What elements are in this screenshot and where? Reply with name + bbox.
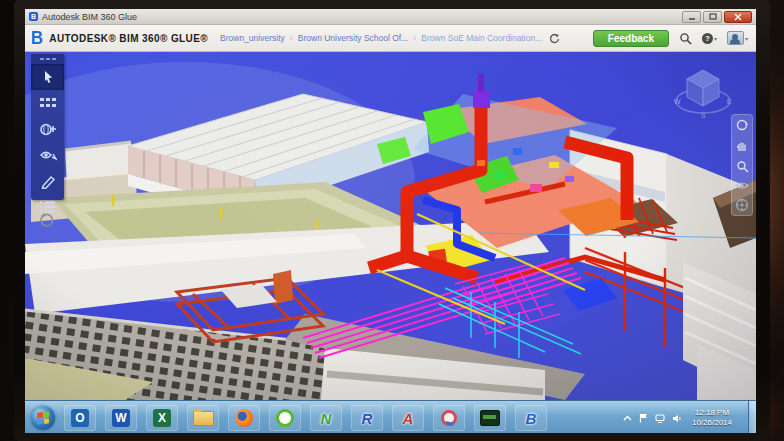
screen: B Autodesk BIM 360 Glue B AUTODESK® BIM …	[25, 9, 756, 433]
taskbar-clock[interactable]: 12:18 PM 10/26/2014	[689, 408, 735, 429]
markup-pencil-icon[interactable]	[31, 168, 64, 194]
models-icon[interactable]	[31, 90, 64, 116]
look-eye-icon[interactable]	[735, 180, 749, 191]
taskbar-item-green-swirl[interactable]	[269, 405, 301, 431]
breadcrumb: Brown_university › Brown University Scho…	[220, 33, 560, 44]
taskbar-item-navisworks[interactable]: N	[310, 405, 342, 431]
close-button[interactable]	[724, 11, 752, 23]
pan-hand-icon[interactable]	[735, 139, 749, 153]
app-favicon: B	[29, 12, 38, 21]
feedback-button[interactable]: Feedback	[593, 30, 669, 47]
badge-app-icon	[441, 410, 457, 426]
clock-date: 10/26/2014	[692, 418, 732, 428]
taskbar-item-revit[interactable]: R	[351, 405, 383, 431]
firefox-icon	[235, 409, 253, 427]
help-menu[interactable]: ? ▾	[702, 33, 717, 44]
chevron-down-icon: ▾	[714, 35, 717, 42]
taskbar-item-bim360-glue[interactable]: B	[515, 405, 547, 431]
breadcrumb-project[interactable]: Brown_university	[220, 33, 285, 43]
orbit-icon[interactable]	[735, 118, 749, 132]
window-titlebar[interactable]: B Autodesk BIM 360 Glue	[25, 9, 756, 25]
green-swirl-icon	[276, 409, 294, 427]
left-toolbar	[31, 54, 64, 200]
dark-green-app-icon	[480, 410, 500, 426]
brand-title: AUTODESK® BIM 360® GLUE®	[49, 33, 208, 44]
refresh-icon[interactable]	[549, 33, 560, 44]
monitor-photo: B Autodesk BIM 360 Glue B AUTODESK® BIM …	[0, 0, 784, 441]
help-icon: ?	[702, 33, 713, 44]
taskbar-item-badge-app[interactable]	[433, 405, 465, 431]
breadcrumb-separator: ›	[413, 33, 416, 43]
camera-view-icon[interactable]	[31, 142, 64, 168]
revit-icon: R	[362, 410, 373, 427]
search-icon[interactable]	[679, 32, 692, 45]
select-arrow-icon[interactable]	[31, 64, 64, 90]
start-button[interactable]	[31, 406, 55, 430]
avatar	[727, 31, 744, 45]
compass-south: S	[701, 112, 706, 119]
taskbar-item-excel[interactable]: X	[146, 405, 178, 431]
bim360-glue-icon: B	[526, 410, 537, 427]
taskbar-item-dark-green-app[interactable]	[474, 405, 506, 431]
compass-west: W	[674, 98, 681, 105]
taskbar: O W X N R A	[25, 400, 756, 433]
bim360-logo[interactable]: B	[31, 29, 43, 47]
volume-icon[interactable]	[672, 414, 682, 423]
breadcrumb-separator: ›	[290, 33, 293, 43]
model-viewport[interactable]: W S E	[25, 52, 756, 400]
action-center-flag-icon[interactable]	[639, 413, 648, 423]
system-tray: 12:18 PM 10/26/2014	[623, 408, 739, 429]
viewcube[interactable]: W S E	[672, 60, 734, 122]
compass-east: E	[727, 98, 732, 105]
zoom-icon[interactable]	[736, 160, 749, 173]
breadcrumb-folder[interactable]: Brown University School Of...	[298, 33, 409, 43]
maximize-button[interactable]	[703, 11, 722, 23]
window-title: Autodesk BIM 360 Glue	[42, 12, 137, 22]
word-icon: W	[112, 409, 130, 427]
folder-icon	[193, 411, 214, 426]
network-icon[interactable]	[655, 414, 665, 423]
autocad-icon: A	[403, 410, 414, 427]
model-3d-scene[interactable]	[25, 52, 756, 400]
taskbar-item-firefox[interactable]	[228, 405, 260, 431]
views-globe-icon[interactable]	[31, 116, 64, 142]
activity-list-icon[interactable]	[31, 194, 64, 220]
taskbar-item-autocad[interactable]: A	[392, 405, 424, 431]
app-header: B AUTODESK® BIM 360® GLUE® Brown_univers…	[25, 25, 756, 52]
show-hidden-icons[interactable]	[623, 415, 632, 422]
navisworks-icon: N	[321, 410, 332, 427]
clock-time: 12:18 PM	[692, 408, 732, 418]
panel-handle[interactable]	[31, 54, 64, 64]
taskbar-item-word[interactable]: W	[105, 405, 137, 431]
chevron-down-icon: ▾	[745, 35, 748, 42]
user-menu[interactable]: ▾	[727, 31, 748, 45]
navigation-toolbar	[731, 114, 753, 216]
minimize-button[interactable]	[682, 11, 701, 23]
outlook-icon: O	[71, 409, 89, 427]
excel-icon: X	[153, 409, 171, 427]
taskbar-item-explorer[interactable]	[187, 405, 219, 431]
navigation-wheel-icon[interactable]	[735, 198, 749, 212]
breadcrumb-model[interactable]: Brown SoE Main Coordination...	[421, 33, 542, 43]
show-desktop-button[interactable]	[748, 401, 756, 433]
taskbar-item-outlook[interactable]: O	[64, 405, 96, 431]
